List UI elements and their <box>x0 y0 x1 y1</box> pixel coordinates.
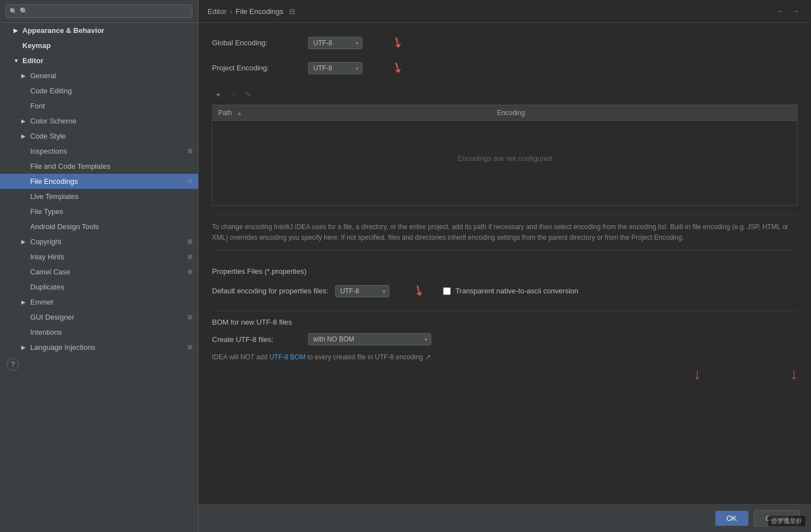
sidebar-item-file-encodings[interactable]: File Encodings⊞ <box>0 174 198 189</box>
chevron-icon-general: ▶ <box>21 73 28 79</box>
sidebar-item-label-copyright: Copyright <box>30 238 62 246</box>
sidebar-item-label-live-templates: Live Templates <box>30 192 78 201</box>
back-arrow[interactable]: ← <box>774 6 786 17</box>
badge-icon-copyright: ⊞ <box>187 238 192 245</box>
nav-list: ▶Appearance & BehaviorKeymap▼Editor▶Gene… <box>0 23 198 355</box>
path-column-header[interactable]: Path ▲ <box>213 106 492 121</box>
sidebar-item-label-language-injections: Language Injections <box>30 343 95 352</box>
chevron-icon-code-style: ▶ <box>21 133 28 139</box>
create-utf8-row: Create UTF-8 files: with NO BOM with BOM… <box>212 333 798 345</box>
help-button[interactable]: ? <box>7 358 19 370</box>
project-encoding-label: Project Encoding: <box>212 64 301 72</box>
sidebar-item-camel-case[interactable]: Camel Case⊞ <box>0 264 198 279</box>
breadcrumb-bar: Editor › File Encodings ⊟ ← → <box>199 0 811 23</box>
breadcrumb-current: File Encodings <box>235 7 283 16</box>
chevron-icon-copyright: ▶ <box>21 239 28 245</box>
sidebar-item-live-templates[interactable]: Live Templates <box>0 189 198 204</box>
sidebar-item-label-color-scheme: Color Scheme <box>30 117 76 125</box>
encoding-column-header[interactable]: Encoding <box>492 106 797 121</box>
ok-button[interactable]: OK <box>715 511 748 526</box>
pin-icon[interactable]: ⊟ <box>289 7 295 16</box>
sidebar-item-duplicates[interactable]: Duplicates <box>0 279 198 294</box>
sidebar-item-font[interactable]: Font <box>0 98 198 113</box>
add-button[interactable]: + <box>212 88 224 101</box>
red-arrow-down-ok: ↓ <box>694 365 701 383</box>
breadcrumb-nav: ← → <box>774 6 802 17</box>
encoding-table-container: Path ▲ Encoding Encodings are not config… <box>212 105 798 206</box>
forward-arrow[interactable]: → <box>790 6 802 17</box>
encoding-table: Path ▲ Encoding Encodings are not config… <box>213 106 797 196</box>
badge-icon-inlay-hints: ⊞ <box>187 253 192 260</box>
sidebar-item-code-style[interactable]: ▶Code Style <box>0 129 198 144</box>
sidebar-item-label-appearance: Appearance & Behavior <box>22 26 105 35</box>
badge-icon-language-injections: ⊞ <box>187 344 192 351</box>
global-encoding-select[interactable]: UTF-8 UTF-16 ISO-8859-1 <box>308 37 362 49</box>
sidebar-item-file-code-templates[interactable]: File and Code Templates <box>0 159 198 174</box>
sidebar-item-keymap[interactable]: Keymap <box>0 38 198 53</box>
properties-section-title: Properties Files (*.properties) <box>212 262 798 276</box>
sidebar-item-code-editing[interactable]: Code Editing <box>0 83 198 98</box>
sidebar-item-emmet[interactable]: ▶Emmet <box>0 294 198 310</box>
chevron-icon-appearance: ▶ <box>13 27 20 34</box>
table-empty-message: Encodings are not configured <box>213 121 797 197</box>
sidebar-item-label-code-editing: Code Editing <box>30 87 72 95</box>
badge-icon-gui-designer: ⊞ <box>187 314 192 321</box>
project-encoding-select[interactable]: UTF-8 UTF-16 ISO-8859-1 <box>308 62 362 74</box>
sidebar-item-inlay-hints[interactable]: Inlay Hints⊞ <box>0 249 198 264</box>
sidebar-item-label-code-style: Code Style <box>30 132 66 140</box>
sidebar-item-color-scheme[interactable]: ▶Color Scheme <box>0 113 198 129</box>
bom-info-text: IDEA will NOT add UTF-8 BOM to every cre… <box>212 353 798 361</box>
sidebar-item-copyright[interactable]: ▶Copyright⊞ <box>0 234 198 249</box>
breadcrumb-sep: › <box>230 7 232 16</box>
edit-button[interactable]: ✎ <box>241 88 256 101</box>
breadcrumb-parent[interactable]: Editor <box>208 7 227 16</box>
bom-select[interactable]: with NO BOM with BOM with BOM if require… <box>308 333 431 345</box>
bom-info-prefix: IDEA will NOT add <box>212 353 269 361</box>
bom-link[interactable]: UTF-8 BOM <box>269 353 305 361</box>
sidebar-item-android-design-tools[interactable]: Android Design Tools <box>0 219 198 234</box>
chevron-icon-color-scheme: ▶ <box>21 118 28 124</box>
red-arrow-down-cancel: ↓ <box>790 365 798 383</box>
default-encoding-label: Default encoding for properties files: <box>212 287 328 295</box>
sidebar-item-gui-designer[interactable]: GUI Designer⊞ <box>0 310 198 325</box>
sidebar-item-label-camel-case: Camel Case <box>30 268 70 276</box>
sidebar-item-appearance[interactable]: ▶Appearance & Behavior <box>0 23 198 38</box>
bottom-bar: OK Cancel <box>199 504 811 532</box>
transparent-label[interactable]: Transparent native-to-ascii conversion <box>455 287 578 295</box>
global-encoding-label: Global Encoding: <box>212 39 301 47</box>
bom-section-title: BOM for new UTF-8 files <box>212 311 798 326</box>
sidebar-item-label-intentions: Intentions <box>30 328 62 336</box>
badge-icon-inspections: ⊞ <box>187 148 192 155</box>
red-arrow-project: ➘ <box>388 58 408 79</box>
sidebar-item-editor[interactable]: ▼Editor <box>0 53 198 68</box>
red-arrow-global: ➘ <box>388 32 408 54</box>
sidebar-item-general[interactable]: ▶General <box>0 68 198 83</box>
red-arrows-bottom: ↓ ↓ <box>212 365 798 383</box>
remove-button[interactable]: − <box>227 88 239 101</box>
default-encoding-select[interactable]: UTF-8 UTF-16 ISO-8859-1 <box>335 285 389 297</box>
search-input[interactable] <box>6 4 192 18</box>
bom-info-suffix: to every created file in UTF-8 encoding … <box>305 353 430 361</box>
sidebar-item-label-inlay-hints: Inlay Hints <box>30 253 64 261</box>
transparent-checkbox[interactable] <box>443 287 451 295</box>
sidebar-item-label-editor: Editor <box>22 56 44 65</box>
help-icon: ? <box>11 360 15 368</box>
sidebar-item-intentions[interactable]: Intentions <box>0 325 198 340</box>
project-encoding-row: Project Encoding: UTF-8 UTF-16 ISO-8859-… <box>212 59 798 77</box>
red-arrow-properties: ➘ <box>409 281 429 302</box>
sidebar-item-file-types[interactable]: File Types <box>0 204 198 219</box>
sidebar-item-inspections[interactable]: Inspections⊞ <box>0 144 198 159</box>
table-toolbar: + − ✎ <box>212 84 798 105</box>
content-panel: Editor › File Encodings ⊟ ← → Global Enc… <box>199 0 811 532</box>
badge-icon-file-encodings: ⊞ <box>187 178 192 185</box>
global-encoding-row: Global Encoding: UTF-8 UTF-16 ISO-8859-1… <box>212 34 798 51</box>
sidebar-item-label-emmet: Emmet <box>30 298 53 306</box>
bom-select-wrapper: with NO BOM with BOM with BOM if require… <box>308 333 431 345</box>
settings-content: Global Encoding: UTF-8 UTF-16 ISO-8859-1… <box>199 23 811 504</box>
sidebar-item-label-file-types: File Types <box>30 207 63 216</box>
chevron-icon-editor: ▼ <box>13 58 20 64</box>
sidebar-item-language-injections[interactable]: ▶Language Injections⊞ <box>0 340 198 355</box>
chevron-icon-emmet: ▶ <box>21 299 28 305</box>
info-text: To change encoding IntelliJ IDEA uses fo… <box>212 215 798 250</box>
sidebar-item-label-file-encodings: File Encodings <box>30 177 78 186</box>
